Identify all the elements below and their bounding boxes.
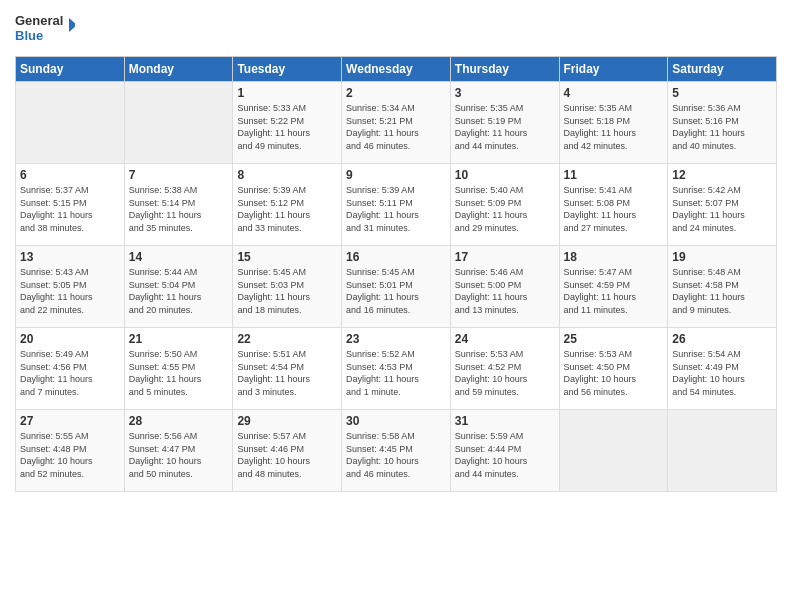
day-detail: Sunrise: 5:36 AMSunset: 5:16 PMDaylight:… [672,102,772,152]
day-number: 25 [564,332,664,346]
day-number: 7 [129,168,229,182]
calendar-cell: 7Sunrise: 5:38 AMSunset: 5:14 PMDaylight… [124,164,233,246]
calendar-cell [559,410,668,492]
logo-svg: General Blue [15,10,75,48]
day-number: 12 [672,168,772,182]
weekday-header-thursday: Thursday [450,57,559,82]
day-number: 13 [20,250,120,264]
day-detail: Sunrise: 5:59 AMSunset: 4:44 PMDaylight:… [455,430,555,480]
day-detail: Sunrise: 5:34 AMSunset: 5:21 PMDaylight:… [346,102,446,152]
day-number: 22 [237,332,337,346]
weekday-header-monday: Monday [124,57,233,82]
calendar-cell [124,82,233,164]
day-number: 5 [672,86,772,100]
svg-marker-2 [69,18,75,32]
weekday-header-tuesday: Tuesday [233,57,342,82]
day-detail: Sunrise: 5:43 AMSunset: 5:05 PMDaylight:… [20,266,120,316]
day-number: 3 [455,86,555,100]
calendar-cell: 13Sunrise: 5:43 AMSunset: 5:05 PMDayligh… [16,246,125,328]
header: General Blue [15,10,777,48]
calendar-cell: 8Sunrise: 5:39 AMSunset: 5:12 PMDaylight… [233,164,342,246]
calendar-cell: 6Sunrise: 5:37 AMSunset: 5:15 PMDaylight… [16,164,125,246]
day-detail: Sunrise: 5:56 AMSunset: 4:47 PMDaylight:… [129,430,229,480]
day-number: 10 [455,168,555,182]
calendar-cell: 9Sunrise: 5:39 AMSunset: 5:11 PMDaylight… [342,164,451,246]
day-number: 16 [346,250,446,264]
day-number: 18 [564,250,664,264]
calendar-cell: 18Sunrise: 5:47 AMSunset: 4:59 PMDayligh… [559,246,668,328]
day-detail: Sunrise: 5:46 AMSunset: 5:00 PMDaylight:… [455,266,555,316]
day-detail: Sunrise: 5:40 AMSunset: 5:09 PMDaylight:… [455,184,555,234]
day-number: 29 [237,414,337,428]
calendar-cell: 1Sunrise: 5:33 AMSunset: 5:22 PMDaylight… [233,82,342,164]
day-detail: Sunrise: 5:39 AMSunset: 5:11 PMDaylight:… [346,184,446,234]
day-detail: Sunrise: 5:51 AMSunset: 4:54 PMDaylight:… [237,348,337,398]
day-detail: Sunrise: 5:50 AMSunset: 4:55 PMDaylight:… [129,348,229,398]
calendar-cell: 10Sunrise: 5:40 AMSunset: 5:09 PMDayligh… [450,164,559,246]
day-detail: Sunrise: 5:39 AMSunset: 5:12 PMDaylight:… [237,184,337,234]
calendar-cell [16,82,125,164]
day-detail: Sunrise: 5:42 AMSunset: 5:07 PMDaylight:… [672,184,772,234]
day-number: 9 [346,168,446,182]
calendar-cell: 16Sunrise: 5:45 AMSunset: 5:01 PMDayligh… [342,246,451,328]
day-number: 26 [672,332,772,346]
calendar-cell: 27Sunrise: 5:55 AMSunset: 4:48 PMDayligh… [16,410,125,492]
day-detail: Sunrise: 5:38 AMSunset: 5:14 PMDaylight:… [129,184,229,234]
calendar-cell: 22Sunrise: 5:51 AMSunset: 4:54 PMDayligh… [233,328,342,410]
calendar-cell: 4Sunrise: 5:35 AMSunset: 5:18 PMDaylight… [559,82,668,164]
calendar-cell: 3Sunrise: 5:35 AMSunset: 5:19 PMDaylight… [450,82,559,164]
calendar-cell: 20Sunrise: 5:49 AMSunset: 4:56 PMDayligh… [16,328,125,410]
day-detail: Sunrise: 5:52 AMSunset: 4:53 PMDaylight:… [346,348,446,398]
calendar-cell: 15Sunrise: 5:45 AMSunset: 5:03 PMDayligh… [233,246,342,328]
day-number: 4 [564,86,664,100]
day-number: 15 [237,250,337,264]
weekday-header-row: SundayMondayTuesdayWednesdayThursdayFrid… [16,57,777,82]
day-number: 20 [20,332,120,346]
calendar-cell: 17Sunrise: 5:46 AMSunset: 5:00 PMDayligh… [450,246,559,328]
day-number: 1 [237,86,337,100]
calendar-cell: 25Sunrise: 5:53 AMSunset: 4:50 PMDayligh… [559,328,668,410]
day-number: 24 [455,332,555,346]
calendar-cell: 29Sunrise: 5:57 AMSunset: 4:46 PMDayligh… [233,410,342,492]
day-number: 30 [346,414,446,428]
day-detail: Sunrise: 5:49 AMSunset: 4:56 PMDaylight:… [20,348,120,398]
calendar-table: SundayMondayTuesdayWednesdayThursdayFrid… [15,56,777,492]
day-number: 28 [129,414,229,428]
calendar-cell: 5Sunrise: 5:36 AMSunset: 5:16 PMDaylight… [668,82,777,164]
day-number: 14 [129,250,229,264]
svg-text:General: General [15,13,63,28]
day-detail: Sunrise: 5:35 AMSunset: 5:19 PMDaylight:… [455,102,555,152]
svg-text:Blue: Blue [15,28,43,43]
day-detail: Sunrise: 5:41 AMSunset: 5:08 PMDaylight:… [564,184,664,234]
weekday-header-saturday: Saturday [668,57,777,82]
day-detail: Sunrise: 5:47 AMSunset: 4:59 PMDaylight:… [564,266,664,316]
day-detail: Sunrise: 5:57 AMSunset: 4:46 PMDaylight:… [237,430,337,480]
day-detail: Sunrise: 5:45 AMSunset: 5:03 PMDaylight:… [237,266,337,316]
calendar-cell: 31Sunrise: 5:59 AMSunset: 4:44 PMDayligh… [450,410,559,492]
calendar-cell: 11Sunrise: 5:41 AMSunset: 5:08 PMDayligh… [559,164,668,246]
calendar-week-1: 1Sunrise: 5:33 AMSunset: 5:22 PMDaylight… [16,82,777,164]
calendar-cell: 24Sunrise: 5:53 AMSunset: 4:52 PMDayligh… [450,328,559,410]
day-number: 11 [564,168,664,182]
day-detail: Sunrise: 5:53 AMSunset: 4:50 PMDaylight:… [564,348,664,398]
day-number: 6 [20,168,120,182]
calendar-cell: 12Sunrise: 5:42 AMSunset: 5:07 PMDayligh… [668,164,777,246]
day-detail: Sunrise: 5:53 AMSunset: 4:52 PMDaylight:… [455,348,555,398]
day-number: 8 [237,168,337,182]
page: General Blue SundayMondayTuesdayWednesda… [0,0,792,612]
weekday-header-sunday: Sunday [16,57,125,82]
logo: General Blue [15,10,75,48]
day-detail: Sunrise: 5:37 AMSunset: 5:15 PMDaylight:… [20,184,120,234]
calendar-cell: 21Sunrise: 5:50 AMSunset: 4:55 PMDayligh… [124,328,233,410]
day-number: 27 [20,414,120,428]
calendar-week-3: 13Sunrise: 5:43 AMSunset: 5:05 PMDayligh… [16,246,777,328]
calendar-cell: 30Sunrise: 5:58 AMSunset: 4:45 PMDayligh… [342,410,451,492]
calendar-week-4: 20Sunrise: 5:49 AMSunset: 4:56 PMDayligh… [16,328,777,410]
calendar-cell: 19Sunrise: 5:48 AMSunset: 4:58 PMDayligh… [668,246,777,328]
day-number: 17 [455,250,555,264]
calendar-cell: 26Sunrise: 5:54 AMSunset: 4:49 PMDayligh… [668,328,777,410]
calendar-cell [668,410,777,492]
calendar-cell: 2Sunrise: 5:34 AMSunset: 5:21 PMDaylight… [342,82,451,164]
day-detail: Sunrise: 5:54 AMSunset: 4:49 PMDaylight:… [672,348,772,398]
calendar-week-5: 27Sunrise: 5:55 AMSunset: 4:48 PMDayligh… [16,410,777,492]
